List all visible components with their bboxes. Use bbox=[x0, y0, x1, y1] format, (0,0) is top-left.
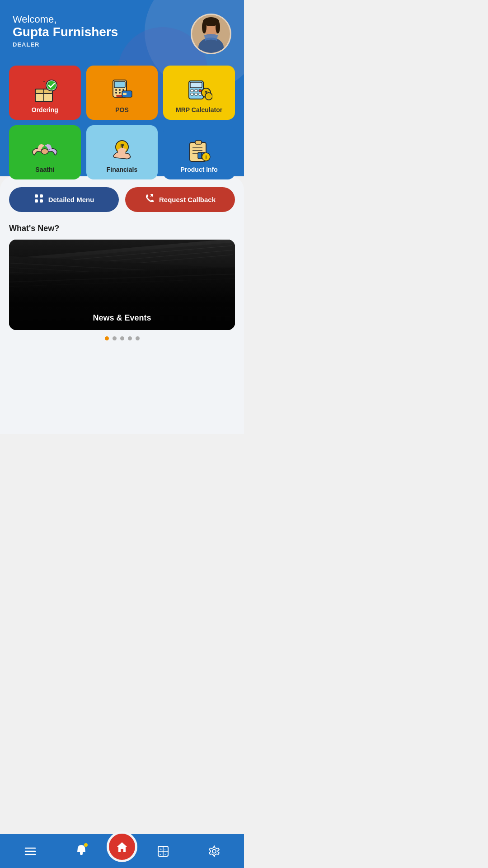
svg-line-58 bbox=[9, 250, 232, 270]
svg-line-66 bbox=[9, 278, 235, 286]
pos-icon bbox=[108, 78, 136, 103]
grid-icon bbox=[34, 193, 44, 206]
dot-2[interactable] bbox=[113, 336, 117, 340]
avatar[interactable] bbox=[191, 14, 231, 54]
dot-5[interactable] bbox=[136, 336, 140, 340]
svg-line-63 bbox=[9, 272, 235, 284]
svg-line-62 bbox=[10, 268, 235, 279]
financials-label: Financials bbox=[107, 166, 137, 173]
svg-line-65 bbox=[9, 274, 235, 282]
svg-rect-26 bbox=[191, 90, 193, 92]
svg-rect-53 bbox=[40, 199, 43, 203]
svg-rect-64 bbox=[9, 267, 235, 321]
product-info-label: Product Info bbox=[180, 166, 217, 173]
svg-point-5 bbox=[216, 21, 220, 33]
svg-rect-55 bbox=[9, 240, 235, 313]
svg-rect-29 bbox=[191, 93, 193, 95]
pos-label: POS bbox=[115, 106, 129, 113]
svg-line-57 bbox=[9, 245, 232, 265]
product-info-icon: i bbox=[186, 139, 212, 162]
bottom-card: Detailed Menu Request Callback What's Ne… bbox=[0, 176, 244, 434]
welcome-text-block: Welcome, Gupta Furnishers DEALER bbox=[13, 14, 118, 48]
svg-rect-50 bbox=[35, 194, 38, 198]
company-name: Gupta Furnishers bbox=[13, 25, 118, 39]
svg-rect-23 bbox=[123, 93, 127, 95]
tiles-grid-section: Ordering bbox=[0, 66, 244, 179]
svg-rect-42 bbox=[195, 141, 202, 144]
tile-financials[interactable]: ₹ Financials bbox=[86, 125, 158, 179]
svg-rect-27 bbox=[195, 90, 197, 92]
news-card[interactable]: News & Events bbox=[9, 240, 235, 330]
tile-mrp[interactable]: ₹ MRP Calculator bbox=[163, 66, 235, 120]
greeting-text: Welcome, bbox=[13, 14, 118, 25]
svg-rect-60 bbox=[9, 256, 235, 318]
svg-rect-31 bbox=[199, 93, 202, 95]
svg-point-4 bbox=[202, 21, 206, 33]
detailed-menu-label: Detailed Menu bbox=[48, 196, 94, 203]
welcome-section: Welcome, Gupta Furnishers DEALER bbox=[13, 14, 231, 54]
mrp-label: MRP Calculator bbox=[176, 106, 222, 113]
svg-rect-51 bbox=[40, 194, 43, 198]
dot-4[interactable] bbox=[128, 336, 132, 340]
ordering-label: Ordering bbox=[32, 106, 58, 113]
tile-product-info[interactable]: i Product Info bbox=[163, 125, 235, 179]
svg-point-36 bbox=[206, 94, 211, 99]
mrp-icon: ₹ bbox=[186, 79, 212, 103]
role-badge: DEALER bbox=[13, 41, 118, 48]
svg-point-19 bbox=[119, 92, 121, 94]
action-buttons-row: Detailed Menu Request Callback bbox=[9, 187, 235, 212]
saathi-icon bbox=[31, 139, 59, 162]
detailed-menu-button[interactable]: Detailed Menu bbox=[9, 187, 119, 212]
carousel-dots bbox=[9, 336, 235, 340]
svg-point-37 bbox=[41, 149, 48, 154]
svg-rect-56 bbox=[9, 240, 235, 263]
dot-3[interactable] bbox=[120, 336, 124, 340]
ordering-icon bbox=[32, 79, 58, 103]
financials-icon: ₹ bbox=[109, 139, 135, 162]
svg-rect-30 bbox=[195, 93, 197, 95]
tiles-grid: Ordering bbox=[9, 66, 235, 179]
svg-point-16 bbox=[119, 89, 121, 91]
svg-line-59 bbox=[9, 255, 233, 274]
svg-rect-25 bbox=[190, 82, 202, 88]
svg-rect-28 bbox=[199, 90, 202, 92]
svg-rect-14 bbox=[114, 81, 125, 88]
svg-rect-52 bbox=[35, 199, 38, 203]
svg-point-15 bbox=[115, 89, 117, 91]
request-callback-button[interactable]: Request Callback bbox=[125, 187, 235, 212]
svg-text:i: i bbox=[205, 154, 206, 160]
saathi-label: Saathi bbox=[35, 166, 54, 173]
svg-line-61 bbox=[10, 263, 235, 275]
dot-1[interactable] bbox=[105, 336, 109, 340]
request-callback-label: Request Callback bbox=[159, 196, 216, 203]
tile-saathi[interactable]: Saathi bbox=[9, 125, 81, 179]
phone-callback-icon bbox=[145, 193, 155, 206]
tile-pos[interactable]: POS bbox=[86, 66, 158, 120]
svg-point-18 bbox=[115, 92, 117, 94]
whats-new-title: What's New? bbox=[9, 224, 235, 233]
tile-ordering[interactable]: Ordering bbox=[9, 66, 81, 120]
news-card-label: News & Events bbox=[9, 313, 235, 323]
